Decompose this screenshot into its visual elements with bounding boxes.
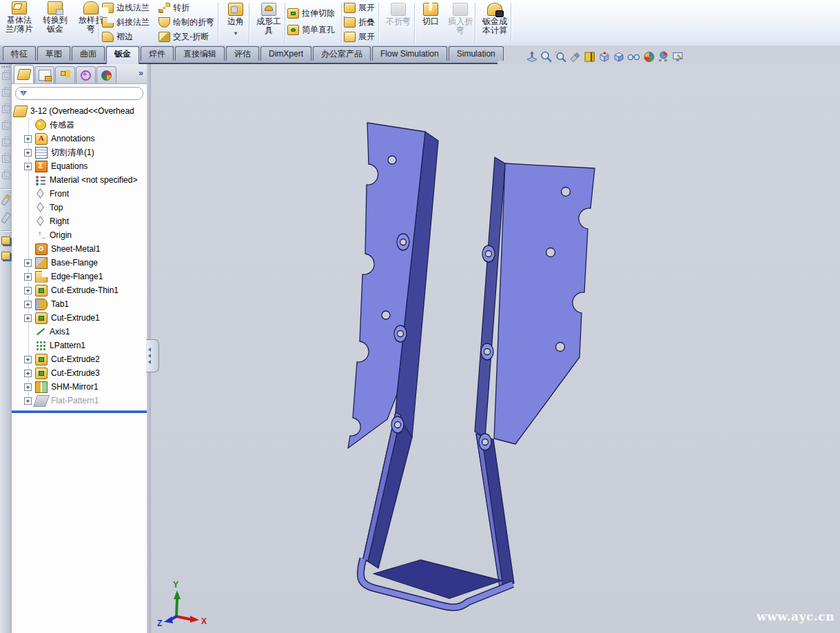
expand-toggle[interactable]: + <box>24 149 32 157</box>
isometric-cube-icon[interactable] <box>2 172 10 179</box>
expand-toggle[interactable]: + <box>24 287 32 294</box>
tree-item[interactable]: + Cut-Extrude1 <box>12 311 147 325</box>
forming-tool-button[interactable]: 成形工具 <box>252 1 286 37</box>
rip-button[interactable]: 切口 <box>417 1 444 28</box>
orientation-cube-icon[interactable] <box>2 72 10 80</box>
ribbon-tab[interactable]: 评估 <box>226 46 259 61</box>
orientation-cube-icon[interactable] <box>2 139 10 146</box>
tab-featuremanager[interactable] <box>14 65 34 83</box>
ribbon-button[interactable]: 斜接法兰 <box>102 15 150 30</box>
tree-item[interactable]: + Front <box>12 187 147 201</box>
tree-root-item[interactable]: 3-12 (Overhead<<Overhead <box>12 104 147 118</box>
tree-item[interactable]: + Base-Flange <box>12 256 147 270</box>
tree-item[interactable]: + Sheet-Metal1 <box>12 242 147 256</box>
tree-item[interactable]: + Cut-Extrude2 <box>12 352 147 366</box>
tree-item[interactable]: + Equations <box>12 159 147 173</box>
ribbon-large-group: 基体法兰/薄片 转换到钣金 放样折弯 <box>1 0 109 35</box>
ribbon-button[interactable]: 展开 <box>344 30 375 44</box>
tree-item[interactable]: + 切割清单(1) <box>12 145 147 159</box>
ribbon-button[interactable]: 展开 <box>344 1 375 15</box>
tree-item[interactable]: + Annotations <box>12 132 147 145</box>
display-style-icon[interactable] <box>613 50 625 63</box>
tree-item[interactable]: + Tab1 <box>12 297 147 311</box>
tree-filter-input[interactable] <box>15 87 143 100</box>
tree-item[interactable]: + Edge-Flange1 <box>12 270 147 283</box>
section-view-icon[interactable] <box>584 50 596 63</box>
orientation-cube-icon[interactable] <box>2 106 10 113</box>
ribbon-tab[interactable]: DimXpert <box>260 46 311 61</box>
view-orientation-icon[interactable] <box>598 50 611 63</box>
tree-item[interactable]: + Material <not specified> <box>12 173 147 187</box>
view-settings-icon[interactable] <box>672 50 684 63</box>
tree-item[interactable]: + Cut-Extrude3 <box>12 366 147 380</box>
tree-item[interactable]: + Right <box>12 214 147 228</box>
ribbon-button[interactable]: 基体法兰/薄片 <box>1 0 37 35</box>
expand-toggle[interactable]: + <box>24 135 32 143</box>
tab-configurationmanager[interactable] <box>55 66 75 83</box>
expand-toggle[interactable]: + <box>24 383 32 391</box>
zoom-to-area-icon[interactable] <box>555 50 567 63</box>
tree-item[interactable]: + Origin <box>12 228 147 242</box>
tab-displaymanager[interactable] <box>96 66 116 83</box>
ribbon-tab[interactable]: 草图 <box>37 46 70 61</box>
panel-overflow-chevron[interactable]: » <box>139 68 143 78</box>
revolve-tool-icon[interactable] <box>1 252 10 260</box>
tree-item[interactable]: + Cut-Extrude-Thin1 <box>12 283 147 297</box>
ribbon-tab[interactable]: 焊件 <box>141 46 174 61</box>
sketch-icon[interactable] <box>1 194 11 205</box>
sheet-metal-costing-button[interactable]: 钣金成本计算 <box>477 1 513 37</box>
tab-propertymanager[interactable] <box>34 66 54 83</box>
corner-dropdown-arrow[interactable] <box>234 28 238 37</box>
ribbon-button[interactable]: 转换到钣金 <box>37 0 73 35</box>
expand-toggle[interactable]: + <box>24 259 32 267</box>
no-bends-icon <box>391 3 406 16</box>
ribbon-button[interactable]: 转折 <box>158 1 214 15</box>
3d-sketch-icon[interactable] <box>1 212 11 223</box>
corner-button[interactable]: 边角 <box>221 1 251 39</box>
ribbon-button[interactable]: 边线法兰 <box>102 1 150 15</box>
previous-view-icon[interactable] <box>569 50 582 63</box>
expand-toggle[interactable]: + <box>24 370 32 377</box>
expand-toggle[interactable]: + <box>24 314 32 322</box>
feature-icon <box>35 243 48 255</box>
tree-item[interactable]: + 传感器 <box>12 118 147 132</box>
ribbon-button[interactable]: 拉伸切除 <box>287 5 335 21</box>
ribbon-button[interactable]: 折叠 <box>344 15 375 30</box>
ribbon-tab[interactable]: 特征 <box>3 46 36 61</box>
tree-item[interactable]: + Top <box>12 201 147 214</box>
orientation-cube-icon[interactable] <box>2 122 10 130</box>
ribbon-button[interactable]: 交叉-折断 <box>158 30 214 44</box>
rollback-bar[interactable] <box>12 410 147 413</box>
expand-toggle[interactable]: + <box>24 397 32 405</box>
ribbon-tab[interactable]: Simulation <box>449 46 504 61</box>
apply-scene-icon[interactable] <box>657 50 670 63</box>
tree-item[interactable]: + SHM-Mirror1 <box>12 380 147 394</box>
ribbon-button[interactable]: 简单直孔 <box>287 21 335 38</box>
part-icon <box>12 106 28 117</box>
ribbon-button[interactable]: 绘制的折弯 <box>158 15 214 30</box>
zoom-to-fit-icon[interactable] <box>540 50 553 63</box>
ribbon-tab[interactable]: Flow Simulation <box>372 46 447 61</box>
orientation-cube-icon[interactable] <box>2 89 10 97</box>
tree-item[interactable]: + Axis1 <box>12 325 147 339</box>
tree-item[interactable]: + LPattern1 <box>12 339 147 352</box>
ribbon-tab[interactable]: 钣金 <box>106 46 139 64</box>
extrude-tool-icon[interactable] <box>1 237 10 245</box>
ribbon-tab[interactable]: 办公室产品 <box>313 46 371 61</box>
toolbar-grip[interactable] <box>1 66 10 70</box>
expand-toggle[interactable]: + <box>24 163 32 170</box>
expand-toggle[interactable]: + <box>24 301 32 308</box>
ribbon-tab[interactable]: 直接编辑 <box>175 46 225 61</box>
hide-show-items-icon[interactable] <box>627 50 641 63</box>
tree-item[interactable]: + Flat-Pattern1 <box>12 394 147 408</box>
graphics-viewport[interactable] <box>151 64 840 633</box>
orientation-cube-icon[interactable] <box>2 155 10 163</box>
expand-toggle[interactable]: + <box>24 356 32 363</box>
edit-appearance-icon[interactable] <box>643 50 655 63</box>
expand-toggle[interactable]: + <box>24 273 32 281</box>
tab-dimxpertmanager[interactable] <box>76 66 96 83</box>
panel-collapse-handle[interactable] <box>146 339 159 372</box>
ribbon-tab[interactable]: 曲面 <box>72 46 105 61</box>
drag-3d-icon[interactable] <box>526 50 538 63</box>
ribbon-button[interactable]: 褶边 <box>102 30 150 44</box>
